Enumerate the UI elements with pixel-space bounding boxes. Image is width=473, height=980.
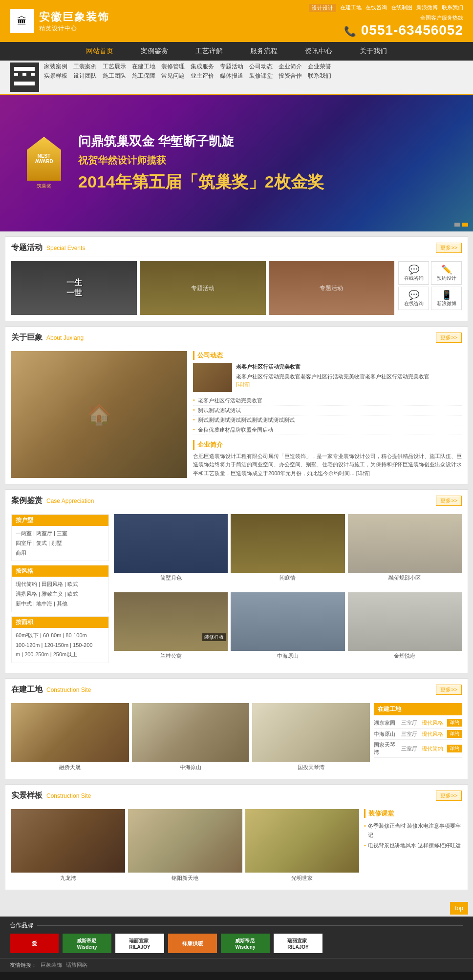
const-img-1[interactable]: 融侨天晟 — [11, 703, 129, 773]
subnav-media[interactable]: 媒体报道 — [220, 72, 243, 80]
sample-img-3[interactable]: 光明世家 — [245, 809, 359, 884]
filter-other[interactable]: 其他 — [57, 601, 67, 606]
filter-garden[interactable]: 田园风格 — [42, 581, 63, 587]
top-link-4[interactable]: 新浪微博 — [416, 4, 438, 12]
subnav-commercial[interactable]: 工装案例 — [73, 63, 97, 71]
subnav-craft[interactable]: 工艺展示 — [103, 63, 126, 71]
logo-text: 安徽巨象装饰 精英设计中心 — [39, 10, 109, 33]
sample-section: 实景样板 Construction Site 更多>> 九龙湾 铭阳新天地 光明… — [5, 784, 468, 890]
top-link-highlight[interactable]: 设计设计 — [309, 4, 336, 12]
filter-120-150[interactable]: 120-150m — [44, 642, 69, 648]
footer-link-hw[interactable]: 话旅网络 — [66, 961, 87, 969]
filter-250plus[interactable]: 250m以上 — [53, 651, 78, 657]
news-item-1[interactable]: 老客户社区行活动完美收官 — [193, 396, 462, 406]
book-design-btn[interactable]: ✏️ 预约设计 — [431, 261, 462, 285]
subnav-events[interactable]: 专题活动 — [220, 63, 243, 71]
detail-btn-3[interactable]: 详约 — [447, 745, 462, 752]
cases-more[interactable]: 更多>> — [436, 496, 462, 506]
case-item-5[interactable]: 中海原山 — [231, 592, 344, 667]
dot-2[interactable] — [462, 223, 468, 227]
filter-chinese[interactable]: 新中式 — [16, 601, 32, 606]
const-img-2[interactable]: 中海原山 — [132, 703, 250, 773]
subnav-intro[interactable]: 企业简介 — [279, 63, 302, 71]
filter-modern[interactable]: 现代简约 — [16, 581, 37, 587]
filter-opt-12[interactable]: 一两室 — [16, 530, 32, 536]
filter-med[interactable]: 地中海 — [36, 601, 52, 606]
filter-euro[interactable]: 欧式 — [67, 581, 78, 587]
subnav-sample[interactable]: 实景样板 — [44, 72, 67, 80]
case-item-4[interactable]: 装修样板 兰桂公寓 — [114, 592, 228, 667]
nav-item-cases[interactable]: 案例鉴赏 — [127, 42, 182, 61]
subnav-integrated[interactable]: 集成服务 — [191, 63, 214, 71]
nav-item-home[interactable]: 网站首页 — [72, 42, 127, 61]
top-link-2[interactable]: 在线咨询 — [366, 4, 387, 12]
filter-opt-4r[interactable]: 四室厅 — [16, 540, 32, 546]
subnav-invest[interactable]: 投资合作 — [279, 72, 302, 80]
events-sidebar: 💬 在线咨询 ✏️ 预约设计 💬 在线咨询 📱 新浪微博 — [398, 261, 462, 315]
filter-opt-commercial[interactable]: 商用 — [16, 550, 26, 556]
filter-150-200[interactable]: 150-200 — [73, 642, 92, 648]
detail-btn-2[interactable]: 详约 — [447, 730, 462, 738]
news-item-4[interactable]: 金秋优质建材品牌联盟全国启动 — [193, 425, 462, 435]
news-item-3[interactable]: 测试测试测试测试测试测试测试测试测试 — [193, 416, 462, 425]
nav-item-service[interactable]: 服务流程 — [236, 42, 291, 61]
sample-img-2[interactable]: 铭阳新天地 — [128, 809, 242, 884]
subnav-classroom[interactable]: 装修课堂 — [249, 72, 273, 80]
top-link-5[interactable]: 联系我们 — [442, 4, 463, 12]
subnav-home-cases[interactable]: 家装案例 — [44, 63, 67, 71]
const-img-3[interactable]: 国投天琴湾 — [252, 703, 370, 773]
subnav-faq[interactable]: 常见问题 — [161, 72, 185, 80]
filter-80-100[interactable]: 80-100m — [65, 632, 86, 638]
event-image-3[interactable]: 专题活动 — [269, 261, 394, 315]
dot-1[interactable] — [454, 223, 460, 227]
nav-item-news[interactable]: 资讯中心 — [291, 42, 346, 61]
subnav-honor[interactable]: 企业荣誉 — [308, 63, 331, 71]
news-item-2[interactable]: 测试测试测试测试 — [193, 406, 462, 416]
subnav-manage[interactable]: 装修管理 — [161, 63, 185, 71]
filter-60[interactable]: 60m²以下 — [16, 632, 39, 638]
footer-links-label: 友情链接： — [10, 961, 37, 969]
subnav-guarantee[interactable]: 施工保障 — [132, 72, 155, 80]
subnav-dynamics[interactable]: 公司动态 — [249, 63, 273, 71]
subnav-contact[interactable]: 联系我们 — [308, 72, 331, 80]
filter-opt-3r[interactable]: 三室 — [57, 530, 67, 536]
filter-mix[interactable]: 混搭风格 — [16, 591, 37, 597]
subnav-reviews[interactable]: 业主评价 — [191, 72, 214, 80]
filter-60-80[interactable]: 60-80m — [43, 632, 61, 638]
event-image-2[interactable]: 专题活动 — [140, 261, 265, 315]
filter-200-250[interactable]: m | 200-250m — [16, 651, 49, 657]
subnav-design-team[interactable]: 设计团队 — [73, 72, 97, 80]
detail-btn-1[interactable]: 详约 — [447, 719, 462, 727]
special-events-more[interactable]: 更多>> — [436, 243, 462, 253]
news-featured-image — [193, 363, 232, 392]
top-button[interactable]: top — [450, 902, 468, 915]
filter-opt-2r[interactable]: 两室厅 — [36, 530, 52, 536]
subnav-work-team[interactable]: 施工团队 — [103, 72, 126, 80]
sample-more[interactable]: 更多>> — [436, 791, 462, 801]
news-featured-title[interactable]: 老客户社区行活动完美收官 — [236, 363, 430, 371]
partners-logos: 爱 威斯帝尼Wisdeny 瑞丽宜家RILAJOY 祥康供暖 威斯帝尼Wisde… — [10, 934, 463, 953]
filter-elegant[interactable]: 雅致主义 — [42, 591, 63, 597]
filter-opt-duplex[interactable]: 复式 — [36, 540, 47, 546]
construction-more[interactable]: 更多>> — [436, 685, 462, 695]
subnav-construction[interactable]: 在建工地 — [132, 63, 155, 71]
news-detail-link[interactable]: [详情] — [236, 380, 430, 389]
about-more[interactable]: 更多>> — [436, 333, 462, 343]
online-consult-btn[interactable]: 💬 在线咨询 — [398, 261, 429, 285]
top-link-1[interactable]: 在建工地 — [340, 4, 362, 12]
top-link-3[interactable]: 在线制图 — [391, 4, 412, 12]
filter-opt-villa[interactable]: 别墅 — [51, 540, 62, 546]
case-item-6[interactable]: 金辉悦府 — [348, 592, 462, 667]
filter-euro2[interactable]: 欧式 — [67, 591, 78, 597]
nav-item-about[interactable]: 关于我们 — [346, 42, 401, 61]
event-image-1[interactable]: 一生一世 — [11, 261, 137, 315]
case-item-3[interactable]: 融侨规邵小区 — [348, 514, 462, 589]
online-consult-btn-2[interactable]: 💬 在线咨询 — [398, 287, 429, 310]
case-item-2[interactable]: 闲庭情 — [231, 514, 344, 589]
weibo-btn[interactable]: 📱 新浪微博 — [431, 287, 462, 310]
filter-100-120[interactable]: 100-120m — [16, 642, 40, 648]
case-item-1[interactable]: 简墅月色 — [114, 514, 228, 589]
footer-link-jx[interactable]: 巨象装饰 — [41, 961, 62, 969]
sample-img-1[interactable]: 九龙湾 — [11, 809, 125, 884]
nav-item-craft[interactable]: 工艺详解 — [182, 42, 236, 61]
